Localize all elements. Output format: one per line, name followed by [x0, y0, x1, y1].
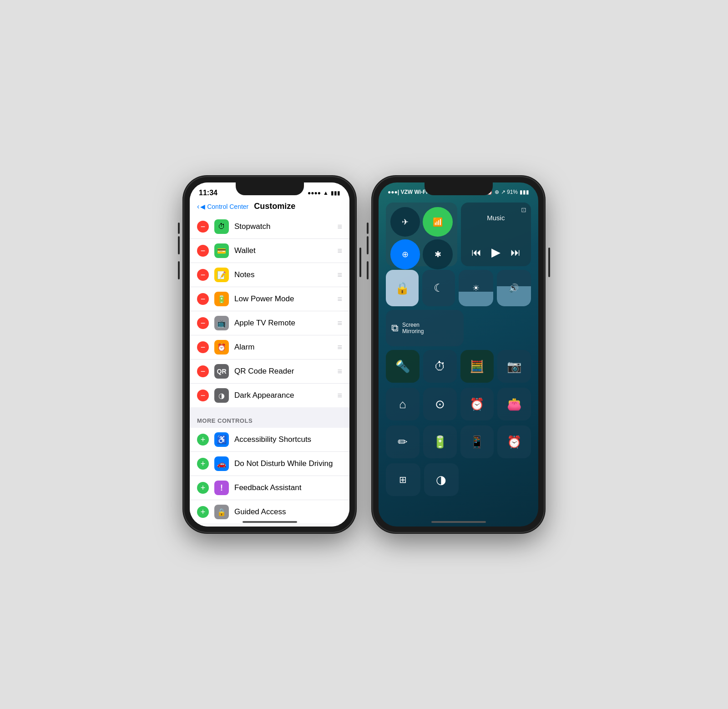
settings-list[interactable]: − ⏱ Stopwatch ≡ − 💳 Wallet ≡	[190, 215, 349, 527]
cc-volume-slider[interactable]: 🔊	[497, 270, 531, 306]
list-item[interactable]: + 👂 Hearing	[190, 524, 349, 527]
cc-music-controls: ⏮ ▶ ⏭	[466, 245, 526, 262]
remove-button[interactable]: −	[197, 245, 209, 257]
remove-button[interactable]: −	[197, 365, 209, 377]
add-button[interactable]: +	[197, 482, 209, 494]
cc-music-tile[interactable]: ⊡ Music ⏮ ▶ ⏭	[461, 203, 531, 266]
cc-alarm-tile[interactable]: ⏰	[497, 425, 531, 458]
cc-clock-tile[interactable]: ⏰	[460, 388, 494, 420]
drag-handle-icon[interactable]: ≡	[337, 294, 342, 304]
qr-icon: ⊞	[399, 474, 407, 485]
cc-camera-tile[interactable]: 📷	[497, 350, 531, 383]
remove-button[interactable]: −	[197, 269, 209, 281]
cc-edit-tile[interactable]: ✏	[386, 425, 420, 458]
volume-up-button[interactable]	[178, 236, 180, 254]
list-item[interactable]: − ⏱ Stopwatch ≡	[190, 215, 349, 239]
drag-handle-icon[interactable]: ≡	[337, 246, 342, 256]
item-icon-stopwatch: ⏱	[214, 219, 229, 234]
cc-rotation-lock-tile[interactable]: 🔒	[386, 270, 419, 306]
add-button[interactable]: +	[197, 458, 209, 470]
included-section: − ⏱ Stopwatch ≡ − 💳 Wallet ≡	[190, 215, 349, 407]
next-track-button[interactable]: ⏭	[511, 247, 521, 258]
item-icon-guided-access: 🔒	[214, 505, 229, 519]
more-controls-header: MORE CONTROLS	[190, 407, 349, 428]
remove-button[interactable]: −	[197, 293, 209, 305]
list-item[interactable]: − 📺 Apple TV Remote ≡	[190, 311, 349, 335]
phones-container: 11:34 ●●●● ▲ ▮▮▮ ‹ ◀ Control Center Cust…	[184, 177, 544, 532]
cc-home-tile[interactable]: ⌂	[386, 388, 420, 420]
cc-row-5: ⌂ ⊙ ⏰ 👛	[386, 388, 531, 422]
remove-button[interactable]: −	[197, 317, 209, 329]
drag-handle-icon[interactable]: ≡	[337, 270, 342, 280]
cc-wallet-tile[interactable]: 👛	[497, 388, 531, 420]
mute-button-right[interactable]	[367, 223, 369, 234]
cc-brightness-slider[interactable]: ☀	[459, 270, 493, 306]
cc-connectivity-tile[interactable]: ✈ 📶 ⊕ ✱	[386, 203, 457, 266]
alarm-icon: ⏰	[507, 435, 521, 449]
drag-handle-icon[interactable]: ≡	[337, 319, 342, 328]
wallet-icon: 👛	[507, 397, 521, 411]
list-item[interactable]: + 🚗 Do Not Disturb While Driving	[190, 452, 349, 476]
drag-handle-icon[interactable]: ≡	[337, 343, 342, 352]
remove-button[interactable]: −	[197, 341, 209, 353]
remove-button[interactable]: −	[197, 390, 209, 401]
power-button[interactable]	[359, 248, 361, 277]
cc-timer-tile[interactable]: ⏱	[423, 350, 457, 383]
cellular-button[interactable]: 📶	[423, 207, 452, 237]
cc-calculator-tile[interactable]: 🧮	[460, 350, 494, 383]
back-button[interactable]: ‹ ◀ Control Center	[197, 203, 248, 211]
item-icon-notes: 📝	[214, 268, 229, 282]
item-icon-accessibility: ♿	[214, 432, 229, 447]
list-item[interactable]: − ◑ Dark Appearance ≡	[190, 384, 349, 407]
battery-status-icon: 🔋	[433, 435, 447, 449]
cc-qr-tile[interactable]: ⊞	[386, 463, 420, 496]
add-button[interactable]: +	[197, 506, 209, 518]
screen-mirroring-label: Screen	[402, 322, 424, 328]
camera-icon: 📷	[507, 360, 521, 374]
volume-down-button-right[interactable]	[367, 261, 369, 279]
drag-handle-icon[interactable]: ≡	[337, 367, 342, 376]
item-label-notes: Notes	[234, 270, 337, 279]
cc-status-right: ⏰ ⊕ ↗ 91% ▮▮▮	[486, 189, 529, 195]
cc-remote-tile[interactable]: 📱	[460, 425, 494, 458]
cc-row-2: 🔒 ☾ ☀ 🔊	[386, 270, 531, 306]
brightness-fill	[459, 292, 493, 306]
list-item[interactable]: − 💳 Wallet ≡	[190, 239, 349, 263]
cc-screen-mirroring-tile[interactable]: ⧉ Screen Mirroring	[386, 310, 464, 346]
play-button[interactable]: ▶	[491, 245, 500, 259]
item-label-feedback: Feedback Assistant	[234, 483, 342, 492]
back-label[interactable]: ◀ Control Center	[200, 203, 248, 210]
cc-row-7: ⊞ ◑	[386, 463, 531, 497]
drag-handle-icon[interactable]: ≡	[337, 391, 342, 400]
cc-row-3: ⧉ Screen Mirroring	[386, 310, 531, 346]
list-item[interactable]: − 🔋 Low Power Mode ≡	[190, 287, 349, 311]
brightness-icon: ☀	[472, 283, 480, 293]
volume-up-button-right[interactable]	[367, 236, 369, 254]
list-item[interactable]: − QR QR Code Reader ≡	[190, 360, 349, 384]
airplane-mode-button[interactable]: ✈	[390, 207, 420, 237]
volume-down-button[interactable]	[178, 261, 180, 279]
list-item[interactable]: + ! Feedback Assistant	[190, 476, 349, 500]
bluetooth-button[interactable]: ✱	[423, 239, 452, 269]
remove-button[interactable]: −	[197, 221, 209, 233]
wifi-button[interactable]: ⊕	[390, 239, 420, 269]
item-label-appletv: Apple TV Remote	[234, 319, 337, 328]
mute-button[interactable]	[178, 223, 180, 234]
status-time: 11:34	[199, 189, 217, 197]
power-button-right[interactable]	[548, 248, 550, 277]
drag-handle-icon[interactable]: ≡	[337, 222, 342, 232]
item-label-stopwatch: Stopwatch	[234, 222, 337, 231]
list-item[interactable]: − ⏰ Alarm ≡	[190, 335, 349, 360]
add-button[interactable]: +	[197, 434, 209, 446]
airplay-icon[interactable]: ⊡	[521, 206, 526, 213]
cc-record-tile[interactable]: ⊙	[423, 388, 457, 420]
rotation-lock-icon: 🔒	[395, 281, 410, 295]
list-item[interactable]: + ♿ Accessibility Shortcuts	[190, 428, 349, 452]
list-item[interactable]: − 📝 Notes ≡	[190, 263, 349, 287]
cc-dark-mode-tile[interactable]: ◑	[424, 463, 459, 496]
item-icon-wallet: 💳	[214, 243, 229, 258]
cc-do-not-disturb-tile[interactable]: ☾	[422, 270, 455, 306]
prev-track-button[interactable]: ⏮	[471, 247, 481, 258]
cc-flashlight-tile[interactable]: 🔦	[386, 350, 420, 383]
cc-battery-tile[interactable]: 🔋	[423, 425, 457, 458]
